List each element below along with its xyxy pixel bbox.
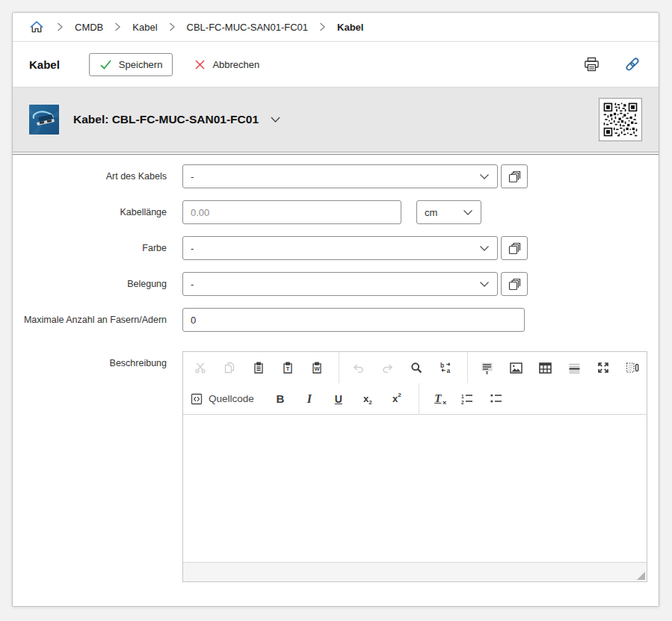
object-thumbnail [29, 105, 59, 135]
qr-code [599, 98, 642, 141]
replace-icon[interactable]: b a [436, 358, 455, 377]
find-icon[interactable] [407, 358, 426, 377]
table-icon[interactable] [535, 358, 555, 377]
breadcrumb-item-current: Kabel [337, 22, 363, 33]
image-icon[interactable] [506, 358, 525, 377]
category-form: Art des Kabels - [13, 155, 659, 606]
numbered-list-icon[interactable]: 1 2 [457, 389, 477, 409]
assignment-select-value: - [191, 279, 479, 290]
editor-toolbar-row-1: T W [183, 352, 647, 383]
color-select[interactable]: - [182, 236, 498, 260]
svg-text:T: T [286, 365, 290, 372]
show-blocks-icon[interactable] [623, 358, 642, 377]
object-title: Kabel: CBL-FC-MUC-SAN01-FC01 [73, 113, 259, 126]
cancel-button[interactable]: Abbrechen [194, 59, 259, 70]
redo-icon[interactable] [377, 358, 397, 377]
field-row-cable-length: Kabellänge cm [13, 200, 659, 224]
breadcrumb-chevron-icon [114, 22, 121, 32]
underline-icon[interactable]: U [329, 389, 348, 409]
editor-toolbar-row-2: Quellcode B I U x2 [183, 383, 647, 415]
subscript-icon[interactable]: x2 [358, 389, 377, 409]
cable-type-browse-button[interactable] [501, 164, 528, 188]
cable-length-unit-select[interactable]: cm [416, 200, 481, 224]
copy-icon[interactable] [220, 358, 239, 377]
toolbar-separator [339, 352, 339, 383]
paste-icon[interactable] [249, 358, 268, 377]
max-fibers-input[interactable] [182, 308, 525, 332]
close-icon [194, 59, 206, 70]
assignment-select[interactable]: - [182, 272, 498, 296]
paste-from-word-icon[interactable]: W [307, 358, 327, 377]
paste-plain-text-icon[interactable]: T [278, 358, 298, 377]
category-header: Kabel Speichern Abbrechen [13, 42, 659, 87]
check-icon [99, 59, 112, 70]
object-header: Kabel: CBL-FC-MUC-SAN01-FC01 [13, 87, 659, 152]
field-label: Kabellänge [13, 207, 167, 217]
field-label: Beschreibung [13, 351, 167, 368]
print-button[interactable] [582, 55, 601, 73]
source-code-icon [191, 393, 203, 405]
svg-text:a: a [446, 367, 450, 374]
svg-text:2: 2 [461, 400, 464, 405]
editor-resize-grip[interactable] [637, 572, 645, 580]
cable-type-select[interactable]: - [182, 164, 498, 188]
link-icon [624, 56, 641, 72]
source-code-label: Quellcode [209, 393, 254, 404]
chevron-down-icon [479, 281, 490, 288]
rich-text-editor: T W [182, 351, 647, 582]
bold-icon[interactable]: B [271, 389, 290, 409]
save-button-label: Speichern [119, 59, 163, 70]
field-label: Art des Kabels [13, 171, 167, 182]
field-label: Maximale Anzahl an Fasern/Adern [13, 315, 167, 325]
color-browse-button[interactable] [501, 236, 528, 260]
breadcrumb: CMDB Kabel CBL-FC-MUC-SAN01-FC01 Kabel [13, 13, 659, 42]
stacked-documents-icon [508, 241, 522, 256]
breadcrumb-chevron-icon [169, 22, 176, 32]
save-button[interactable]: Speichern [89, 53, 173, 76]
toolbar-separator [467, 352, 468, 383]
chevron-down-icon [479, 173, 490, 180]
source-code-button[interactable]: Quellcode [191, 393, 254, 405]
object-menu-chevron-down-icon[interactable] [270, 116, 281, 123]
maximize-icon[interactable] [594, 358, 613, 377]
permalink-button[interactable] [623, 55, 642, 74]
breadcrumb-item-cmdb[interactable]: CMDB [75, 22, 103, 33]
main-window: CMDB Kabel CBL-FC-MUC-SAN01-FC01 Kabel K… [12, 12, 659, 607]
cable-type-select-value: - [191, 171, 479, 182]
stacked-documents-icon [508, 170, 522, 184]
printer-icon [584, 57, 599, 72]
breadcrumb-chevron-icon [57, 22, 64, 32]
chevron-down-icon [479, 245, 490, 252]
cable-length-unit-value: cm [425, 207, 463, 218]
svg-text:1: 1 [461, 394, 464, 399]
field-row-cable-type: Art des Kabels - [13, 164, 659, 188]
chevron-down-icon [463, 209, 473, 216]
field-label: Farbe [13, 243, 167, 253]
breadcrumb-item-object[interactable]: CBL-FC-MUC-SAN01-FC01 [187, 22, 309, 33]
cable-length-input[interactable] [182, 200, 401, 224]
field-row-assignment: Belegung - [13, 272, 659, 296]
stacked-documents-icon [508, 277, 522, 291]
description-editor-content[interactable] [183, 415, 647, 562]
page-background: { "breadcrumb": { "items": ["CMDB", "Kab… [0, 0, 672, 621]
bullet-list-icon[interactable] [487, 389, 506, 409]
toolbar-separator [419, 383, 419, 415]
svg-text:W: W [314, 365, 320, 372]
page-title: Kabel [29, 58, 60, 71]
svg-text:b: b [440, 362, 444, 369]
superscript-icon[interactable]: x2 [387, 389, 407, 409]
remove-format-icon[interactable]: T× [428, 389, 448, 409]
field-row-max-fibers: Maximale Anzahl an Fasern/Adern [13, 308, 659, 332]
cut-icon[interactable] [191, 358, 210, 377]
breadcrumb-chevron-icon [319, 22, 326, 32]
assignment-browse-button[interactable] [501, 272, 528, 296]
field-label: Belegung [13, 279, 167, 289]
horizontal-rule-icon[interactable] [564, 358, 584, 377]
italic-icon[interactable]: I [300, 389, 319, 409]
editor-status-bar [183, 562, 647, 581]
breadcrumb-item-kabel[interactable]: Kabel [132, 22, 157, 33]
field-row-description: Beschreibung [13, 351, 659, 582]
undo-icon[interactable] [348, 358, 368, 377]
home-icon[interactable] [28, 18, 46, 36]
select-all-icon[interactable] [477, 358, 496, 377]
